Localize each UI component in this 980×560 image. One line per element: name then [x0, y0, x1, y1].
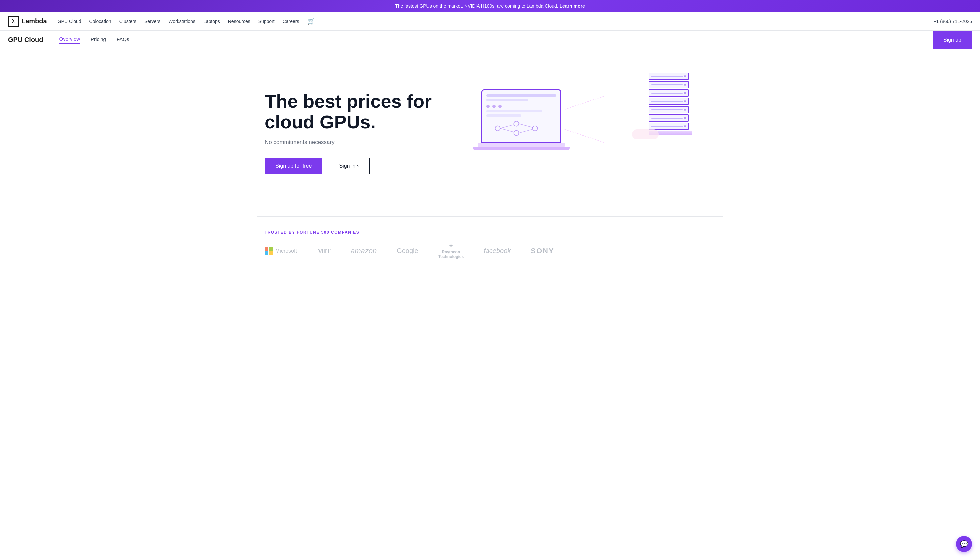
- hero-section: The best prices for cloud GPUs. No commi…: [257, 49, 723, 216]
- raytheon-text: RaytheonTechnologies: [438, 250, 464, 259]
- amazon-logo: amazon: [351, 247, 377, 255]
- nav-item-support[interactable]: Support: [258, 19, 275, 24]
- raytheon-icon: ✦: [449, 243, 453, 249]
- svg-line-9: [565, 129, 605, 143]
- hero-title: The best prices for cloud GPUs.: [265, 91, 465, 132]
- nav-item-clusters[interactable]: Clusters: [119, 19, 136, 24]
- microsoft-text: Microsoft: [275, 248, 297, 254]
- top-banner: The fastest GPUs on the market, NVIDIA H…: [0, 0, 980, 12]
- nav-item-laptops[interactable]: Laptops: [203, 19, 220, 24]
- svg-line-6: [519, 124, 532, 127]
- facebook-text: facebook: [484, 247, 511, 255]
- svg-point-1: [514, 121, 519, 126]
- tab-faqs[interactable]: FAQs: [117, 36, 129, 43]
- trusted-label: TRUSTED BY FORTUNE 500 COMPANIES: [265, 230, 715, 235]
- svg-line-7: [519, 129, 532, 133]
- mit-logo: MIT: [317, 247, 331, 255]
- logo[interactable]: λ Lambda: [8, 16, 47, 27]
- raytheon-logo: ✦ RaytheonTechnologies: [438, 243, 464, 259]
- hero-illustration: [465, 69, 715, 196]
- mit-text: MIT: [317, 247, 331, 255]
- nav-item-resources[interactable]: Resources: [228, 19, 250, 24]
- facebook-logo: facebook: [484, 247, 511, 255]
- network-graph: [486, 119, 546, 138]
- svg-point-0: [495, 126, 500, 131]
- sony-logo: SONY: [531, 247, 554, 255]
- google-logo: Google: [397, 247, 418, 255]
- main-nav: λ Lambda GPU Cloud Colocation Clusters S…: [0, 12, 980, 31]
- logo-text: Lambda: [21, 17, 47, 25]
- nav-item-workstations[interactable]: Workstations: [168, 19, 195, 24]
- nav-item-servers[interactable]: Servers: [144, 19, 160, 24]
- cloud-shape: [632, 129, 659, 139]
- page-title: GPU Cloud: [8, 36, 43, 44]
- nav-phone: +1 (866) 711-2025: [933, 19, 972, 24]
- hero-subtitle: No commitments necessary.: [265, 139, 465, 146]
- laptop-illustration: [481, 89, 570, 150]
- hero-content: The best prices for cloud GPUs. No commi…: [265, 91, 465, 174]
- google-text: Google: [397, 247, 418, 255]
- svg-line-4: [500, 125, 514, 128]
- tab-overview[interactable]: Overview: [59, 36, 80, 44]
- nav-item-colocation[interactable]: Colocation: [89, 19, 111, 24]
- svg-point-3: [533, 126, 538, 131]
- nav-items: GPU Cloud Colocation Clusters Servers Wo…: [58, 18, 934, 25]
- svg-point-2: [514, 131, 519, 136]
- sign-up-free-button[interactable]: Sign up for free: [265, 158, 322, 174]
- sign-in-button[interactable]: Sign in ›: [328, 158, 370, 174]
- sign-up-button[interactable]: Sign up: [933, 31, 972, 49]
- microsoft-logo: Microsoft: [265, 247, 297, 255]
- sub-nav: GPU Cloud Overview Pricing FAQs Sign up: [0, 31, 980, 49]
- svg-line-8: [565, 96, 605, 109]
- banner-link[interactable]: Learn more: [560, 3, 585, 9]
- logo-icon: λ: [8, 16, 19, 27]
- trusted-logos: Microsoft MIT amazon Google ✦ RaytheonTe…: [265, 243, 715, 259]
- nav-item-gpu-cloud[interactable]: GPU Cloud: [58, 19, 81, 24]
- cart-icon[interactable]: 🛒: [307, 18, 315, 25]
- hero-buttons: Sign up for free Sign in ›: [265, 158, 465, 174]
- svg-line-5: [500, 128, 514, 132]
- nav-item-careers[interactable]: Careers: [283, 19, 299, 24]
- sony-text: SONY: [531, 247, 554, 255]
- banner-text: The fastest GPUs on the market, NVIDIA H…: [395, 3, 558, 9]
- trusted-divider: TRUSTED BY FORTUNE 500 COMPANIES Microso…: [0, 216, 980, 273]
- amazon-text: amazon: [351, 247, 377, 255]
- sub-nav-items: Overview Pricing FAQs: [59, 36, 129, 44]
- trusted-section: TRUSTED BY FORTUNE 500 COMPANIES Microso…: [257, 216, 723, 273]
- server-rack-illustration: [649, 73, 689, 135]
- tab-pricing[interactable]: Pricing: [91, 36, 106, 43]
